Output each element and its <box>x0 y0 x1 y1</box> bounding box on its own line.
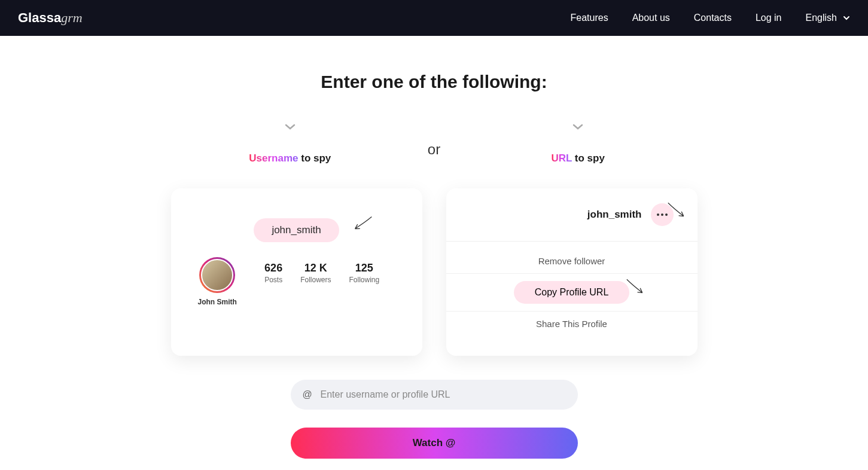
language-label: English <box>806 13 837 23</box>
option-url-col: URL to spy <box>452 122 703 176</box>
stat-posts: 626 Posts <box>264 262 282 284</box>
page-heading: Enter one of the following: <box>87 72 781 92</box>
menu-copy-url-label: Copy Profile URL <box>535 287 609 297</box>
cards-row: john_smith John Smith 626 Posts 12 K Fol <box>87 188 781 356</box>
option-username-highlight: Username <box>249 152 298 164</box>
search-input[interactable] <box>291 380 578 410</box>
logo-prefix: Glassa <box>18 10 61 25</box>
arrow-pointer-icon <box>349 215 376 233</box>
nav-login[interactable]: Log in <box>756 13 782 23</box>
url-header: john_smith <box>446 200 698 229</box>
menu-copy-url-wrap: Copy Profile URL <box>446 274 698 312</box>
more-options-button[interactable] <box>651 203 674 226</box>
chevron-down-icon <box>452 122 703 132</box>
logo[interactable]: Glassagrm <box>18 10 83 26</box>
option-url-highlight: URL <box>551 152 572 164</box>
username-pill: john_smith <box>254 218 339 242</box>
nav-features[interactable]: Features <box>570 13 608 23</box>
avatar-name: John Smith <box>198 298 237 306</box>
option-url-label: URL to spy <box>452 152 703 164</box>
avatar-wrap: John Smith <box>198 257 237 306</box>
stat-followers: 12 K Followers <box>300 262 331 284</box>
option-username-col: Username to spy <box>165 122 416 176</box>
context-menu: Remove follower Copy Profile URL Share T… <box>446 241 698 343</box>
stat-followers-label: Followers <box>300 276 331 284</box>
nav: Features About us Contacts Log in Englis… <box>570 13 850 23</box>
avatar <box>199 257 235 293</box>
option-username-label: Username to spy <box>165 152 416 164</box>
stat-posts-num: 626 <box>264 262 282 274</box>
menu-remove-follower[interactable]: Remove follower <box>446 249 698 274</box>
card-url-example: john_smith Remove follower Copy Profile … <box>446 188 698 356</box>
header: Glassagrm Features About us Contacts Log… <box>0 0 868 36</box>
nav-contacts[interactable]: Contacts <box>694 13 732 23</box>
menu-share-profile[interactable]: Share This Profile <box>446 312 698 336</box>
chevron-down-icon <box>843 14 850 22</box>
option-url-suffix: to spy <box>572 152 605 164</box>
chevron-down-icon <box>165 122 416 132</box>
watch-button[interactable]: Watch @ <box>291 428 578 459</box>
menu-copy-url[interactable]: Copy Profile URL <box>514 281 630 304</box>
arrow-pointer-icon <box>622 278 648 297</box>
main-content: Enter one of the following: Username to … <box>75 36 793 470</box>
stat-followers-num: 12 K <box>300 262 331 274</box>
options-row: Username to spy or URL to spy <box>87 122 781 176</box>
profile-row: John Smith 626 Posts 12 K Followers 125 … <box>186 257 407 306</box>
stat-posts-label: Posts <box>264 276 282 284</box>
stat-following-label: Following <box>349 276 380 284</box>
avatar-image <box>201 259 233 291</box>
logo-suffix: grm <box>61 10 82 25</box>
nav-about[interactable]: About us <box>632 13 670 23</box>
url-username: john_smith <box>587 209 642 221</box>
profile-stats: 626 Posts 12 K Followers 125 Following <box>249 257 395 284</box>
or-separator: or <box>416 141 452 158</box>
card-username-example: john_smith John Smith 626 Posts 12 K Fol <box>171 188 422 356</box>
at-icon: @ <box>303 389 312 400</box>
search-input-wrap: @ <box>291 380 578 410</box>
language-selector[interactable]: English <box>806 13 850 23</box>
stat-following: 125 Following <box>349 262 380 284</box>
dots-icon <box>657 213 659 216</box>
option-username-suffix: to spy <box>299 152 331 164</box>
stat-following-num: 125 <box>349 262 380 274</box>
